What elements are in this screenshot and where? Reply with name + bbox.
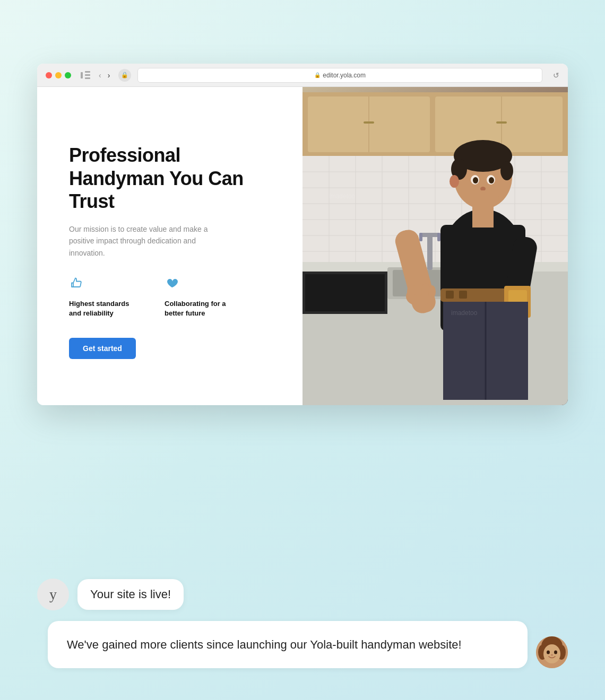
handyman-illustration: imadetoo imadetoo	[302, 87, 568, 405]
svg-rect-30	[419, 233, 422, 241]
svg-point-40	[450, 175, 459, 188]
svg-point-39	[500, 161, 513, 180]
forward-arrow[interactable]: ›	[106, 70, 113, 81]
feature-2: Collaborating for a better future	[165, 276, 234, 318]
user-avatar	[536, 636, 568, 668]
svg-point-52	[414, 283, 422, 296]
svg-point-69	[547, 651, 550, 654]
svg-point-54	[428, 285, 436, 298]
privacy-icon: 🔒	[118, 69, 131, 82]
svg-rect-6	[364, 121, 374, 124]
chat-section: y Your site is live! We've gained more c…	[37, 579, 568, 668]
address-bar[interactable]: 🔒 editor.yola.com	[137, 68, 542, 83]
website-right-panel: imadetoo imadetoo	[302, 87, 568, 405]
nav-arrows: ‹ ›	[97, 70, 112, 81]
hero-subtitle: Our mission is to create value and make …	[69, 223, 218, 259]
get-started-button[interactable]: Get started	[69, 338, 136, 359]
svg-point-68	[543, 644, 560, 663]
website-content: Professional Handyman You Can Trust Our …	[37, 87, 568, 405]
svg-rect-7	[496, 121, 507, 124]
svg-rect-31	[437, 233, 440, 241]
feature-1: Highest standards and reliability	[69, 276, 138, 318]
minimize-button[interactable]	[55, 72, 62, 78]
lock-icon: 🔒	[314, 72, 321, 78]
handyman-photo: imadetoo imadetoo	[302, 87, 568, 405]
user-avatar-svg	[536, 636, 568, 668]
chat-message-1-text: Your site is live!	[90, 588, 171, 601]
svg-text:imadetoo: imadetoo	[451, 309, 478, 317]
close-button[interactable]	[46, 72, 52, 78]
svg-point-70	[554, 651, 557, 654]
svg-point-45	[480, 187, 486, 191]
traffic-lights	[46, 72, 71, 78]
chat-message-1: y Your site is live!	[37, 579, 568, 610]
heart-icon	[165, 276, 234, 294]
thumbsup-icon	[69, 276, 138, 294]
svg-point-43	[473, 177, 478, 183]
svg-point-71	[551, 654, 553, 656]
back-arrow[interactable]: ‹	[97, 70, 103, 81]
chat-bubble-2: We've gained more clients since launchin…	[48, 621, 528, 668]
url-text: editor.yola.com	[323, 72, 366, 79]
features-row: Highest standards and reliability Collab…	[69, 276, 276, 318]
sidebar-toggle-icon[interactable]	[81, 71, 90, 79]
browser-window: ‹ › 🔒 🔒 editor.yola.com ↺ Professional H…	[37, 64, 568, 405]
yola-avatar: y	[37, 579, 69, 610]
svg-rect-28	[427, 235, 433, 270]
hero-title: Professional Handyman You Can Trust	[69, 144, 276, 213]
maximize-button[interactable]	[65, 72, 71, 78]
svg-text:imadetoo: imadetoo	[329, 192, 356, 200]
feature-2-text: Collaborating for a better future	[165, 299, 234, 318]
chat-message-2-text: We've gained more clients since launchin…	[67, 638, 462, 651]
svg-rect-33	[305, 274, 385, 311]
svg-rect-58	[446, 291, 454, 299]
browser-chrome: ‹ › 🔒 🔒 editor.yola.com ↺	[37, 64, 568, 87]
chat-bubble-1: Your site is live!	[77, 579, 184, 610]
svg-point-44	[489, 177, 494, 183]
chat-message-2: We've gained more clients since launchin…	[48, 621, 568, 668]
yola-letter: y	[49, 586, 57, 603]
reload-button[interactable]: ↺	[553, 71, 559, 80]
feature-1-text: Highest standards and reliability	[69, 299, 138, 318]
svg-rect-47	[472, 204, 494, 228]
svg-rect-59	[459, 291, 467, 299]
website-left-panel: Professional Handyman You Can Trust Our …	[37, 87, 302, 405]
